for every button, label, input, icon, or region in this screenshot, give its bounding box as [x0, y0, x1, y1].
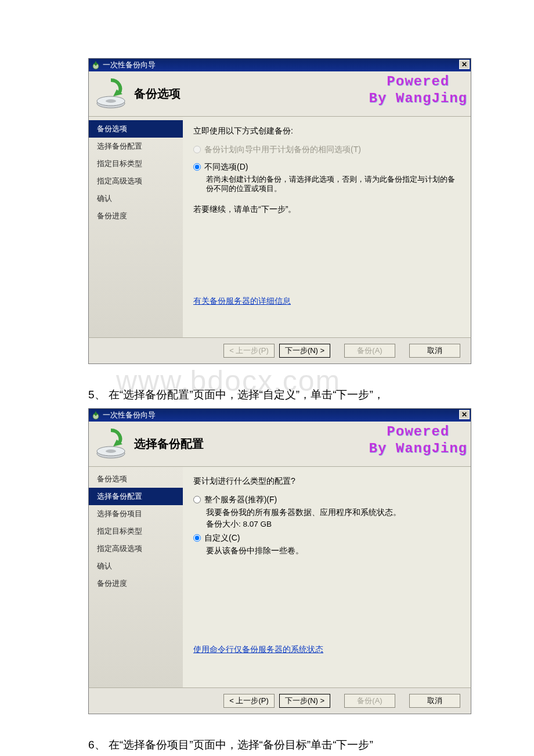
cmdline-link[interactable]: 使用命令行仅备份服务器的系统状态	[193, 645, 323, 655]
backup-wizard-icon	[91, 411, 100, 420]
radio-label: 不同选项(D)	[204, 162, 248, 172]
sidebar: 备份选项 选择备份配置 选择备份项目 指定目标类型 指定高级选项 确认 备份进度	[89, 467, 183, 687]
next-button[interactable]: 下一步(N) >	[279, 344, 330, 358]
radio-desc: 我要备份我的所有服务器数据、应用程序和系统状态。	[206, 507, 460, 518]
close-icon[interactable]: ✕	[459, 410, 470, 419]
details-link[interactable]: 有关备份服务器的详细信息	[193, 296, 291, 307]
sidebar-item: 指定目标类型	[89, 155, 183, 172]
svg-point-3	[106, 99, 116, 103]
radio-label: 整个服务器(推荐)(F)	[204, 495, 277, 505]
powered-watermark: Powered By WangJing	[369, 74, 467, 107]
sidebar-item: 备份进度	[89, 575, 183, 592]
drive-arrow-icon	[93, 427, 128, 462]
titlebar[interactable]: 一次性备份向导 ✕	[89, 409, 471, 422]
sidebar-item: 指定高级选项	[89, 540, 183, 557]
sidebar-item: 选择备份项目	[89, 505, 183, 523]
close-icon[interactable]: ✕	[459, 60, 470, 69]
titlebar-text: 一次性备份向导	[103, 410, 156, 420]
instruction-text: 5、 在“选择备份配置”页面中，选择“自定义”，单击“下一步”，	[88, 387, 493, 402]
drive-arrow-icon	[93, 77, 128, 111]
radio-label: 自定义(C)	[204, 533, 240, 543]
svg-point-7	[106, 449, 116, 453]
sidebar-item[interactable]: 备份选项	[89, 120, 183, 138]
sidebar-item: 指定高级选项	[89, 172, 183, 190]
radio-custom[interactable]: 自定义(C)	[193, 533, 460, 543]
continue-text: 若要继续，请单击“下一步”。	[193, 204, 460, 215]
intro-text: 要计划进行什么类型的配置?	[193, 476, 460, 487]
button-bar: < 上一步(P) 下一步(N) > 备份(A) 取消	[88, 687, 471, 714]
sidebar-item: 确认	[89, 190, 183, 207]
radio-different-options[interactable]: 不同选项(D)	[193, 162, 460, 172]
backup-button: 备份(A)	[344, 344, 395, 358]
button-bar: < 上一步(P) 下一步(N) > 备份(A) 取消	[88, 337, 471, 364]
radio-input[interactable]	[193, 496, 201, 503]
backup-size: 备份大小: 8.07 GB	[206, 519, 460, 530]
wizard-backup-options: 一次性备份向导 ✕ 备份选项 Powered By WangJing 备份选项 …	[88, 58, 471, 337]
radio-desc: 若尚未创建计划的备份，请选择此选项，否则，请为此备份指定与计划的备份不同的位置或…	[206, 175, 460, 194]
radio-label: 备份计划向导中用于计划备份的相同选项(T)	[204, 145, 361, 155]
cancel-button[interactable]: 取消	[409, 344, 460, 358]
sidebar-item: 备份进度	[89, 207, 183, 225]
powered-watermark: Powered By WangJing	[369, 424, 467, 458]
backup-wizard-icon	[91, 60, 100, 70]
sidebar-item: 指定目标类型	[89, 523, 183, 540]
radio-input	[193, 146, 201, 153]
content-panel: 要计划进行什么类型的配置? 整个服务器(推荐)(F) 我要备份我的所有服务器数据…	[183, 467, 471, 687]
intro-text: 立即使用以下方式创建备份:	[193, 126, 460, 136]
sidebar: 备份选项 选择备份配置 指定目标类型 指定高级选项 确认 备份进度	[89, 117, 183, 337]
radio-full-server[interactable]: 整个服务器(推荐)(F)	[193, 495, 460, 505]
instruction-text: 6、 在“选择备份项目”页面中，选择“备份目标”单击“下一步”	[88, 737, 493, 753]
sidebar-item[interactable]: 备份选项	[89, 470, 183, 488]
next-button[interactable]: 下一步(N) >	[279, 694, 330, 708]
titlebar-text: 一次性备份向导	[103, 60, 156, 70]
page-title: 选择备份配置	[134, 436, 204, 452]
wizard-select-config: 一次性备份向导 ✕ 选择备份配置 Powered By WangJing 备份选…	[88, 408, 471, 687]
backup-button: 备份(A)	[344, 694, 395, 708]
radio-input[interactable]	[193, 163, 201, 171]
radio-input[interactable]	[193, 534, 201, 542]
sidebar-item: 确认	[89, 557, 183, 575]
prev-button: < 上一步(P)	[223, 344, 275, 358]
titlebar[interactable]: 一次性备份向导 ✕	[89, 59, 471, 71]
wizard-header: 选择备份配置 Powered By WangJing	[89, 422, 471, 467]
wizard-header: 备份选项 Powered By WangJing	[89, 71, 471, 117]
radio-desc: 要从该备份中排除一些卷。	[206, 546, 460, 556]
cancel-button[interactable]: 取消	[409, 694, 460, 708]
sidebar-item[interactable]: 选择备份配置	[89, 488, 183, 505]
prev-button[interactable]: < 上一步(P)	[223, 694, 275, 708]
content-panel: 立即使用以下方式创建备份: 备份计划向导中用于计划备份的相同选项(T) 不同选项…	[183, 117, 471, 337]
sidebar-item: 选择备份配置	[89, 138, 183, 155]
page-title: 备份选项	[134, 86, 181, 102]
radio-same-options: 备份计划向导中用于计划备份的相同选项(T)	[193, 145, 460, 155]
